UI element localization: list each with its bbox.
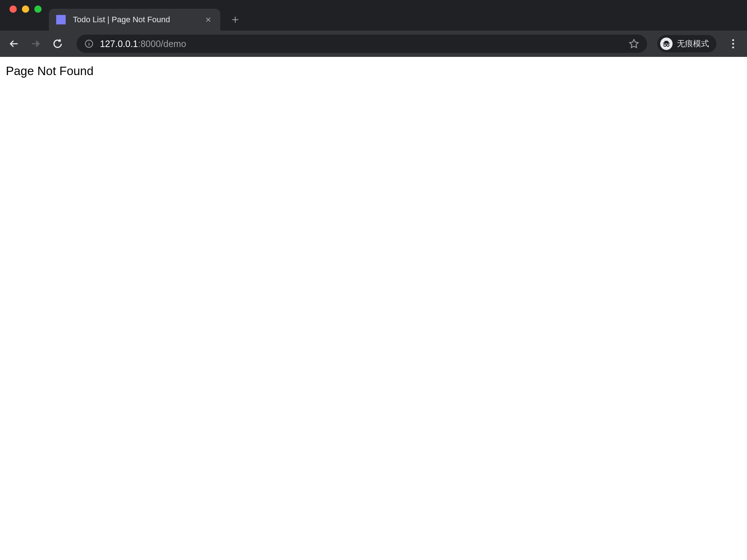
svg-point-14 (732, 39, 734, 41)
kebab-menu-icon (732, 39, 734, 48)
forward-button[interactable] (27, 35, 44, 52)
window-maximize-button[interactable] (34, 5, 42, 13)
window-controls (0, 0, 42, 18)
tab-close-button[interactable] (204, 15, 213, 24)
url-path: :8000/demo (138, 39, 186, 49)
menu-button[interactable] (724, 35, 742, 52)
svg-point-16 (732, 46, 734, 48)
incognito-label: 无痕模式 (677, 38, 709, 49)
site-info-button[interactable] (85, 39, 93, 48)
toolbar: 127.0.0.1:8000/demo 无痕模式 (0, 31, 747, 57)
back-button[interactable] (5, 35, 23, 52)
info-icon (85, 39, 93, 48)
reload-button[interactable] (49, 35, 66, 52)
tab-strip: Todo List | Page Not Found (49, 0, 244, 31)
window-close-button[interactable] (9, 5, 17, 13)
svg-rect-10 (663, 43, 670, 44)
page-content: Page Not Found (0, 57, 747, 560)
url-host: 127.0.0.1 (100, 39, 138, 49)
svg-point-12 (667, 44, 669, 46)
svg-point-11 (664, 44, 666, 46)
new-tab-button[interactable] (226, 11, 244, 29)
page-not-found-message: Page Not Found (6, 64, 741, 78)
plus-icon (231, 16, 239, 24)
reload-icon (52, 38, 63, 49)
address-bar[interactable]: 127.0.0.1:8000/demo (77, 35, 647, 53)
close-icon (205, 16, 212, 23)
incognito-icon (660, 38, 673, 50)
tab-favicon-icon (56, 15, 66, 24)
titlebar: Todo List | Page Not Found (0, 0, 747, 31)
browser-window: Todo List | Page Not Found (0, 0, 747, 560)
arrow-right-icon (31, 39, 41, 49)
svg-marker-9 (630, 39, 638, 47)
arrow-left-icon (9, 39, 19, 49)
incognito-badge[interactable]: 无痕模式 (657, 35, 716, 52)
tab-title: Todo List | Page Not Found (71, 15, 198, 24)
svg-point-15 (732, 43, 734, 44)
svg-point-8 (89, 42, 89, 42)
bookmark-button[interactable] (629, 39, 639, 49)
url-text: 127.0.0.1:8000/demo (100, 39, 622, 49)
star-icon (629, 39, 639, 49)
window-minimize-button[interactable] (22, 5, 29, 13)
browser-tab[interactable]: Todo List | Page Not Found (49, 9, 220, 31)
